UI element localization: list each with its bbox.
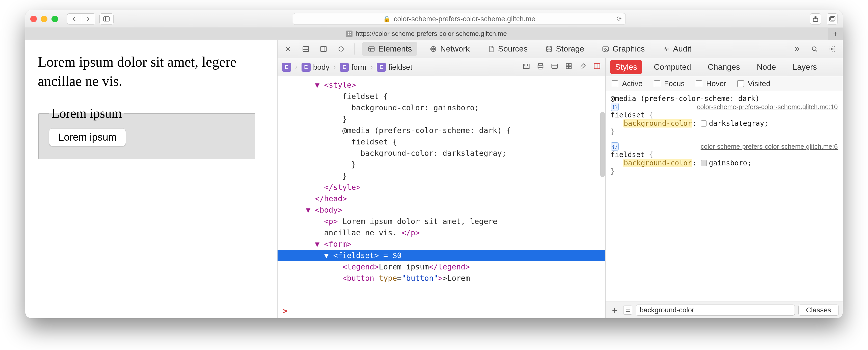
gear-icon [828,45,836,53]
style-rules[interactable]: @media (prefers-color-scheme: dark) {} c… [606,91,843,301]
styles-tab-node[interactable]: Node [752,60,781,74]
tab-network[interactable]: Network [424,42,475,56]
close-window-button[interactable] [30,16,37,22]
breadcrumb-sep: › [294,63,299,71]
tab-sources[interactable]: Sources [482,42,533,56]
print-styles-button[interactable] [537,62,544,72]
close-devtools-button[interactable] [283,43,294,55]
dock-right-button[interactable] [318,43,329,55]
dom-selected-fieldset[interactable]: ▼ <fieldset> = $0 [278,250,605,261]
tab-graphics[interactable]: Graphics [596,42,650,56]
new-tab-button[interactable]: ＋ [828,28,843,40]
forward-button[interactable] [81,13,95,25]
minimize-window-button[interactable] [41,16,48,22]
breadcrumb-fieldset[interactable]: fieldset [388,63,412,71]
new-rule-button[interactable]: ＋ [610,304,620,316]
select-element-button[interactable] [336,43,347,55]
rule-dark-prop[interactable]: background-color: darkslategray; [611,119,838,127]
sidebar-toggle-button[interactable] [99,13,114,25]
breadcrumb-root-icon[interactable]: E [282,63,291,72]
stylesheet-icon[interactable]: {} [611,103,619,111]
window-icon [551,62,558,70]
rule-light-source[interactable]: color-scheme-prefers-color-scheme.glitch… [701,143,838,150]
compositing-borders-button[interactable] [565,62,572,72]
pseudo-active[interactable]: Active [611,79,643,88]
devtools-subtoolbar: E › E body › E form › E fieldset [278,58,843,76]
dom-tools [523,62,601,72]
tab-storage[interactable]: Storage [540,42,590,56]
pseudo-hover[interactable]: Hover [695,79,726,88]
rulers-button[interactable] [523,62,530,72]
svg-point-23 [812,47,816,51]
color-swatch-icon[interactable] [701,160,707,166]
settings-button[interactable] [827,43,838,55]
share-button[interactable] [810,13,821,25]
classes-toggle-button[interactable]: Classes [798,304,839,316]
zoom-window-button[interactable] [52,16,58,22]
pseudo-focus-checkbox[interactable] [654,80,660,87]
tab-title: https://color-scheme-prefers-color-schem… [355,30,507,38]
rule-light-selector[interactable]: fieldset [611,150,645,159]
pseudo-visited[interactable]: Visited [736,79,770,88]
search-icon [811,45,818,53]
sources-icon [488,45,495,53]
breadcrumb-body[interactable]: body [313,63,330,71]
svg-rect-0 [104,17,110,21]
dock-bottom-button[interactable] [300,43,311,55]
breadcrumb-form[interactable]: form [351,63,366,71]
show-tabs-button[interactable] [827,13,838,25]
tab-current[interactable]: C https://color-scheme-prefers-color-sch… [25,28,828,40]
grid-icon [565,62,572,70]
show-details-sidebar-button[interactable] [593,62,601,72]
demo-button[interactable]: Lorem ipsum [49,128,126,146]
rule-dark-source[interactable]: color-scheme-prefers-color-scheme.glitch… [697,103,838,111]
color-swatch-icon[interactable] [701,120,707,126]
tab-sources-label: Sources [498,44,528,54]
tab-graphics-label: Graphics [612,44,645,54]
details-sidebar-icon [593,62,601,70]
styles-tab-styles[interactable]: Styles [610,60,642,74]
brush-icon [579,62,587,70]
svg-rect-9 [321,47,327,52]
paint-flashing-button[interactable] [579,62,587,72]
tabs-icon [828,15,836,23]
dom-tree[interactable]: ▼ <style> fieldset { background-color: g… [278,76,606,318]
tab-audit-label: Audit [673,44,691,54]
chevron-left-icon [70,15,78,23]
dom-scrollbar[interactable] [600,76,605,318]
svg-rect-35 [566,64,568,66]
dock-bottom-icon [302,45,310,53]
search-button[interactable] [809,43,820,55]
tab-elements[interactable]: Elements [362,42,417,56]
reload-button[interactable]: ⟳ [616,15,622,23]
pseudo-visited-checkbox[interactable] [737,80,744,87]
pseudo-hover-checkbox[interactable] [696,80,702,87]
console-drawer[interactable]: > [278,303,605,318]
sidebar-icon [103,15,110,23]
tab-audit[interactable]: Audit [657,42,697,56]
lock-icon: 🔒 [383,16,391,23]
styles-filter-input[interactable] [636,304,795,316]
target-icon [337,45,345,53]
svg-rect-16 [369,47,374,51]
address-bar[interactable]: 🔒 color-scheme-prefers-color-scheme.glit… [293,13,626,25]
styles-tab-changes[interactable]: Changes [703,60,745,74]
svg-line-24 [815,50,817,52]
rule-light-prop[interactable]: background-color: gainsboro; [611,159,838,167]
more-tabs-button[interactable] [791,43,802,55]
back-button[interactable] [67,13,81,25]
close-icon [284,45,292,53]
ruler-icon [523,62,530,70]
force-appearance-button[interactable] [551,62,558,72]
pseudo-active-checkbox[interactable] [612,80,618,87]
rule-light: {} color-scheme-prefers-color-scheme.gli… [611,142,838,175]
pseudo-focus[interactable]: Focus [653,79,685,88]
rule-dark-selector[interactable]: fieldset [611,111,645,119]
svg-rect-38 [569,66,571,69]
styles-tab-layers[interactable]: Layers [787,60,822,74]
favicon-icon: C [346,31,352,37]
styles-tab-computed[interactable]: Computed [649,60,696,74]
stylesheet-icon[interactable]: {} [611,142,619,150]
svg-point-25 [831,48,833,50]
chevrons-right-icon [793,45,801,53]
